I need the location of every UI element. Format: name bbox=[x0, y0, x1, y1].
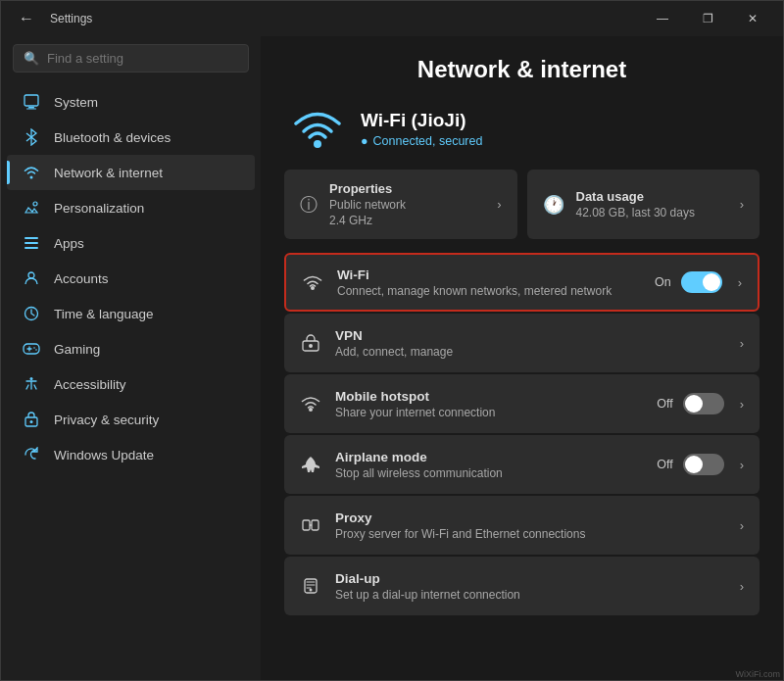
hotspot-chevron: › bbox=[740, 397, 744, 412]
close-button[interactable]: ✕ bbox=[730, 1, 775, 36]
wifi-large-icon bbox=[292, 103, 343, 154]
maximize-button[interactable]: ❐ bbox=[685, 1, 730, 36]
sidebar-item-label: Bluetooth & devices bbox=[54, 130, 171, 145]
sidebar-item-label: Apps bbox=[54, 236, 84, 251]
hotspot-toggle-knob bbox=[685, 395, 703, 413]
search-input[interactable] bbox=[47, 51, 238, 66]
airplane-icon bbox=[300, 454, 321, 475]
data-usage-text: Data usage 42.08 GB, last 30 days bbox=[576, 189, 695, 219]
sidebar-item-privacy[interactable]: Privacy & security bbox=[7, 402, 255, 437]
svg-point-7 bbox=[28, 272, 34, 278]
svg-rect-21 bbox=[312, 520, 318, 530]
settings-window: ← Settings — ❐ ✕ 🔍 System bbox=[0, 0, 784, 681]
sidebar-item-personalization[interactable]: Personalization bbox=[7, 190, 255, 225]
back-button[interactable]: ← bbox=[13, 5, 40, 32]
properties-text: Properties Public network 2.4 GHz bbox=[329, 181, 406, 227]
svg-rect-6 bbox=[24, 247, 38, 249]
titlebar-title: Settings bbox=[50, 12, 92, 25]
main-body: 🔍 System Bluetooth & devices bbox=[1, 36, 783, 680]
search-icon: 🔍 bbox=[24, 51, 39, 66]
svg-rect-4 bbox=[24, 237, 38, 239]
properties-icon: ⓘ bbox=[300, 193, 318, 217]
wifi-chevron: › bbox=[738, 275, 742, 290]
svg-point-23 bbox=[310, 589, 313, 592]
proxy-setting-text: Proxy Proxy server for Wi-Fi and Etherne… bbox=[335, 511, 720, 541]
sidebar-item-time[interactable]: Time & language bbox=[7, 296, 255, 331]
sidebar-item-label: Accessibility bbox=[54, 377, 126, 392]
sidebar-item-bluetooth[interactable]: Bluetooth & devices bbox=[7, 120, 255, 155]
svg-rect-2 bbox=[26, 109, 36, 110]
wifi-setting[interactable]: Wi-Fi Connect, manage known networks, me… bbox=[284, 253, 760, 312]
bluetooth-icon bbox=[23, 128, 40, 146]
network-icon bbox=[23, 164, 40, 181]
svg-point-11 bbox=[35, 349, 37, 351]
proxy-chevron: › bbox=[740, 518, 744, 533]
dialup-setting[interactable]: Dial-up Set up a dial-up internet connec… bbox=[284, 557, 760, 615]
titlebar-controls: — ❐ ✕ bbox=[640, 1, 775, 36]
wifi-toggle[interactable] bbox=[681, 271, 722, 293]
airplane-setting-right: Off › bbox=[657, 454, 744, 475]
page-title: Network & internet bbox=[284, 56, 760, 83]
airplane-setting-text: Airplane mode Stop all wireless communic… bbox=[335, 450, 643, 480]
airplane-setting[interactable]: Airplane mode Stop all wireless communic… bbox=[284, 435, 760, 494]
cards-row: ⓘ Properties Public network 2.4 GHz › 🕐 … bbox=[284, 170, 760, 239]
sidebar-item-label: Network & internet bbox=[54, 166, 163, 180]
titlebar: ← Settings — ❐ ✕ bbox=[1, 1, 783, 36]
personalization-icon bbox=[23, 199, 40, 217]
sidebar-item-label: System bbox=[54, 95, 98, 110]
minimize-button[interactable]: — bbox=[640, 1, 685, 36]
vpn-setting[interactable]: VPN Add, connect, manage › bbox=[284, 314, 760, 372]
sidebar-item-system[interactable]: System bbox=[7, 84, 255, 120]
sidebar-item-label: Privacy & security bbox=[54, 413, 159, 427]
proxy-icon bbox=[300, 514, 321, 536]
hotspot-setting-right: Off › bbox=[657, 393, 744, 414]
sidebar-item-update[interactable]: Windows Update bbox=[7, 437, 255, 472]
svg-point-3 bbox=[33, 202, 37, 206]
dialup-icon bbox=[300, 575, 321, 597]
wifi-status: ● Connected, secured bbox=[361, 134, 482, 148]
hotspot-setting-text: Mobile hotspot Share your internet conne… bbox=[335, 389, 643, 419]
svg-point-16 bbox=[311, 286, 315, 290]
sidebar-item-gaming[interactable]: Gaming bbox=[7, 331, 255, 366]
svg-point-18 bbox=[309, 344, 313, 348]
svg-point-19 bbox=[309, 408, 313, 412]
system-icon bbox=[23, 93, 40, 111]
data-usage-icon: 🕐 bbox=[543, 194, 564, 216]
content-area: Network & internet Wi-Fi (JioJi) ● Conn bbox=[261, 36, 783, 680]
sidebar-item-label: Personalization bbox=[54, 201, 144, 216]
airplane-toggle[interactable] bbox=[683, 454, 724, 475]
wifi-info: Wi-Fi (JioJi) ● Connected, secured bbox=[361, 110, 482, 148]
vpn-chevron: › bbox=[740, 336, 744, 351]
sidebar-item-apps[interactable]: Apps bbox=[7, 225, 255, 261]
sidebar-item-accessibility[interactable]: Accessibility bbox=[7, 366, 255, 402]
proxy-setting[interactable]: Proxy Proxy server for Wi-Fi and Etherne… bbox=[284, 496, 760, 555]
titlebar-left: ← Settings bbox=[13, 5, 92, 32]
wifi-header: Wi-Fi (JioJi) ● Connected, secured bbox=[284, 103, 760, 154]
vpn-icon bbox=[300, 332, 321, 354]
update-icon bbox=[23, 446, 40, 463]
sidebar-item-network[interactable]: Network & internet bbox=[7, 155, 255, 190]
airplane-toggle-knob bbox=[685, 456, 703, 473]
sidebar-item-accounts[interactable]: Accounts bbox=[7, 261, 255, 296]
svg-point-10 bbox=[33, 347, 35, 349]
sidebar: 🔍 System Bluetooth & devices bbox=[1, 36, 261, 680]
accounts-icon bbox=[23, 269, 40, 287]
properties-chevron: › bbox=[497, 197, 501, 212]
apps-icon bbox=[23, 234, 40, 252]
wifi-setting-text: Wi-Fi Connect, manage known networks, me… bbox=[337, 268, 641, 298]
wifi-name: Wi-Fi (JioJi) bbox=[361, 110, 482, 131]
dialup-chevron: › bbox=[740, 579, 744, 594]
svg-rect-0 bbox=[24, 95, 38, 106]
data-usage-card[interactable]: 🕐 Data usage 42.08 GB, last 30 days › bbox=[527, 170, 760, 239]
svg-rect-5 bbox=[24, 242, 38, 244]
hotspot-toggle[interactable] bbox=[683, 393, 724, 414]
sidebar-item-label: Accounts bbox=[54, 271, 109, 286]
dialup-setting-right: › bbox=[734, 579, 744, 594]
hotspot-setting[interactable]: Mobile hotspot Share your internet conne… bbox=[284, 374, 760, 433]
sidebar-item-label: Windows Update bbox=[54, 448, 154, 462]
sidebar-item-label: Gaming bbox=[54, 342, 100, 357]
search-box[interactable]: 🔍 bbox=[13, 44, 249, 73]
accessibility-icon bbox=[23, 375, 40, 393]
connected-icon: ● bbox=[361, 134, 368, 148]
properties-card[interactable]: ⓘ Properties Public network 2.4 GHz › bbox=[284, 170, 517, 239]
